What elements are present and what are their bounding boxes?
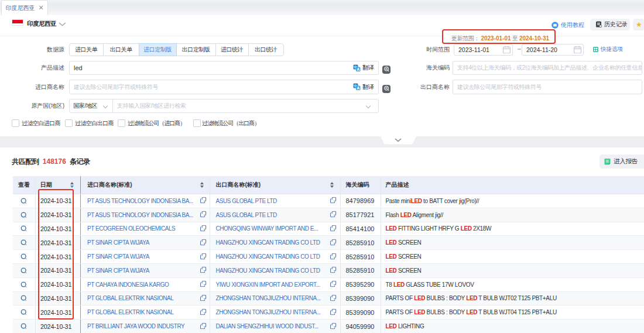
svg-text:A: A [357, 67, 359, 71]
svg-text:A: A [357, 86, 359, 90]
